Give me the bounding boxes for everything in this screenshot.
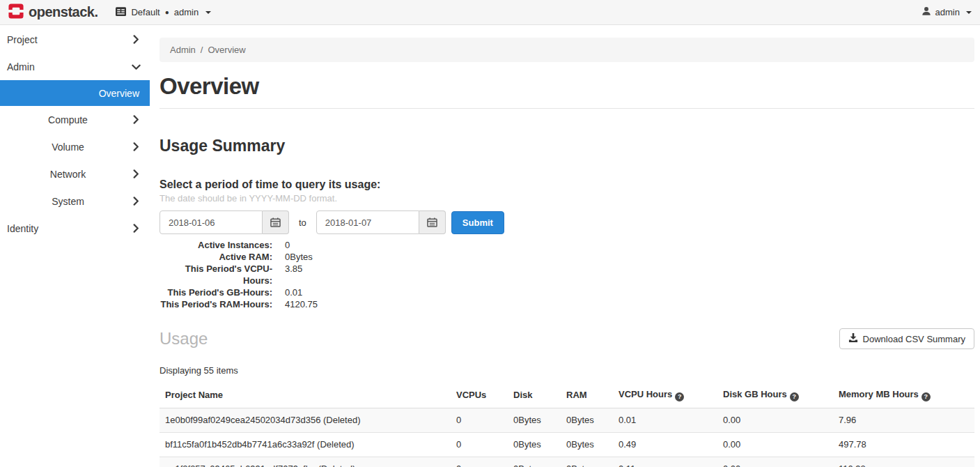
table-row: 1e0b0f99af0249cea24502034d73d356 (Delete… [160,408,974,432]
sidebar-item-project[interactable]: Project [0,26,150,53]
sidebar-item-system[interactable]: System [0,187,150,215]
user-icon [921,6,931,18]
context-project: admin [174,7,199,17]
table-row: bf11c5fa0f1b452db4b7741a6c33a92f (Delete… [160,432,974,457]
cell-project-name: bf11c5fa0f1b452db4b7741a6c33a92f (Delete… [160,432,451,457]
usage-heading: Usage [160,329,208,349]
chevron-down-icon [122,63,150,70]
help-icon[interactable]: ? [790,392,799,401]
col-project-name[interactable]: Project Name [160,385,451,408]
top-navbar: openstack. Default ● admin admin [0,0,980,25]
sidebar-item-volume[interactable]: Volume [0,133,150,160]
context-separator: ● [165,8,169,16]
usage-stats: Active Instances: 0 Active RAM: 0Bytes T… [160,239,974,310]
sidebar-item-identity[interactable]: Identity [0,215,150,242]
main-content: Admin / Overview Overview Usage Summary … [150,25,980,466]
help-icon[interactable]: ? [675,392,684,401]
breadcrumb-separator: / [201,45,203,55]
page-title: Overview [160,73,974,100]
chevron-right-icon [122,197,150,206]
context-switcher[interactable]: Default ● admin [116,7,211,18]
date-range-form: to Submit [160,210,974,234]
chevron-right-icon [122,142,150,151]
caret-down-icon [205,11,211,14]
sidebar-item-admin[interactable]: Admin [0,53,150,80]
table-row: ea1f2f357c09465eb6991edf7079efbe (Delete… [160,457,974,467]
breadcrumb: Admin / Overview [160,38,974,62]
col-disk-gb-hours[interactable]: Disk GB Hours? [717,385,833,408]
chevron-right-icon [122,224,150,233]
cell-project-name: 1e0b0f99af0249cea24502034d73d356 (Delete… [160,408,451,432]
chevron-right-icon [122,115,150,124]
col-disk[interactable]: Disk [508,385,561,408]
user-menu[interactable]: admin [921,6,972,18]
sidebar: Project Admin Overview Compute Volume [0,25,150,466]
context-domain: Default [131,7,160,17]
user-name: admin [935,7,960,17]
date-from-group [160,210,289,234]
openstack-logo-icon [8,3,24,22]
usage-section-header: Usage Download CSV Summary [160,328,974,349]
usage-table: Project Name VCPUs Disk RAM VCPU Hours? … [160,385,974,467]
period-form-hint: The date should be in YYYY-MM-DD format. [160,193,974,204]
chevron-right-icon [122,35,150,44]
calendar-icon[interactable] [419,210,446,234]
items-count: Displaying 55 items [160,365,974,376]
caret-down-icon [966,11,972,14]
stat-active-ram: Active RAM: 0Bytes [160,251,974,263]
col-ram[interactable]: RAM [561,385,613,408]
brand-wordmark: openstack. [29,4,98,20]
divider [160,108,974,109]
usage-summary-heading: Usage Summary [160,137,974,155]
col-memory-mb-hours[interactable]: Memory MB Hours? [833,385,974,408]
date-to-group [316,210,446,234]
sidebar-item-overview[interactable]: Overview [0,80,150,106]
sidebar-item-compute[interactable]: Compute [0,106,150,133]
stat-gb-hours: This Period's GB-Hours: 0.01 [160,286,974,298]
cell-project-name: ea1f2f357c09465eb6991edf7079efbe (Delete… [160,457,451,467]
domain-icon [116,7,126,18]
breadcrumb-admin[interactable]: Admin [170,45,196,55]
period-form-title: Select a period of time to query its usa… [160,178,974,191]
help-icon[interactable]: ? [921,392,931,401]
calendar-icon[interactable] [263,210,289,234]
table-header-row: Project Name VCPUs Disk RAM VCPU Hours? … [160,385,974,408]
download-csv-button[interactable]: Download CSV Summary [839,328,974,349]
chevron-right-icon [122,169,150,178]
col-vcpus[interactable]: VCPUs [451,385,508,408]
col-vcpu-hours[interactable]: VCPU Hours? [613,385,717,408]
stat-vcpu-hours: This Period's VCPU-Hours: 3.85 [160,263,974,286]
date-from-input[interactable] [160,210,263,234]
stat-ram-hours: This Period's RAM-Hours: 4120.75 [160,298,974,310]
openstack-brand[interactable]: openstack. [8,3,98,22]
to-label: to [299,217,306,228]
download-icon [848,333,858,344]
date-to-input[interactable] [316,210,419,234]
stat-active-instances: Active Instances: 0 [160,239,974,251]
sidebar-item-network[interactable]: Network [0,160,150,187]
submit-button[interactable]: Submit [451,211,504,234]
breadcrumb-overview: Overview [208,45,245,55]
